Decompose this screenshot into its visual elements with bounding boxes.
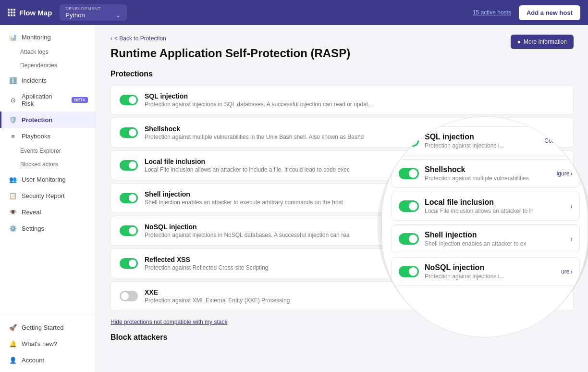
protection-card-shellshock: Shellshock Protection against multiple v… — [110, 118, 574, 148]
layout: 📊 Monitoring Attack logs Dependencies ℹ️… — [0, 25, 588, 372]
sidebar-item-monitoring[interactable]: 📊 Monitoring — [0, 29, 96, 45]
info-icon: ℹ️ — [9, 76, 17, 84]
protection-card-sql-text: SQL injection Protection against injecti… — [145, 92, 564, 108]
sidebar-item-incidents[interactable]: ℹ️ Incidents — [0, 72, 96, 88]
sidebar-item-application-risk[interactable]: ⊙ Application Risk BETA — [0, 88, 96, 112]
protection-card-lfi-text: Local file inclusion Local File inclusio… — [145, 158, 564, 173]
bar-chart-icon: 📊 — [9, 33, 17, 41]
env-name: Python — [65, 12, 85, 19]
page-title: Runtime Application Self-Protection (RAS… — [110, 47, 574, 60]
hide-protections-link[interactable]: Hide protections not compatible with my … — [110, 319, 574, 325]
protection-card-xss: Reflected XSS Protection against Reflect… — [110, 248, 574, 278]
grid-icon — [8, 9, 15, 16]
sidebar-item-reveal[interactable]: 👁️ Reveal — [0, 204, 96, 220]
protection-card-shellshock-text: Shellshock Protection against multiple v… — [145, 125, 564, 140]
sidebar-item-attack-logs[interactable]: Attack logs — [0, 45, 96, 59]
main-content: ‹ < Back to Protection Runtime Applicati… — [96, 25, 588, 372]
more-info-label: More information — [524, 38, 567, 45]
block-attackers-title: Block attackers — [110, 333, 574, 342]
protection-card-xxe-text: XXE Protection against XML External Enti… — [145, 288, 564, 304]
users-icon: 👥 — [9, 175, 17, 183]
sidebar-item-blocked-actors[interactable]: Blocked actors — [0, 158, 96, 171]
protection-card-xxe: XXE Protection against XML External Enti… — [110, 281, 574, 311]
sidebar-user-monitoring-label: User Monitoring — [22, 176, 66, 183]
protection-card-shellshock-desc: Protection against multiple vulnerabilit… — [145, 134, 375, 140]
protection-card-xxe-desc: Protection against XML External Entity (… — [145, 297, 375, 304]
person-icon: 👤 — [9, 356, 17, 364]
sidebar-item-protection[interactable]: 🛡️ Protection — [0, 112, 96, 128]
sidebar-item-events-explorer[interactable]: Events Explorer — [0, 144, 96, 158]
rocket-icon: 🚀 — [9, 323, 17, 331]
sidebar-item-dependencies[interactable]: Dependencies — [0, 59, 96, 72]
protection-card-lfi-desc: Local File inclusion allows an attacker … — [145, 166, 375, 173]
list-icon: ≡ — [9, 132, 17, 140]
sidebar-item-security-report[interactable]: 📋 Security Report — [0, 187, 96, 204]
back-link[interactable]: ‹ < Back to Protection — [110, 35, 166, 42]
protection-card-sql-desc: Protection against injections in SQL dat… — [145, 101, 375, 108]
sidebar-events-explorer-label: Events Explorer — [20, 148, 61, 154]
toggle-nosql[interactable] — [120, 225, 138, 236]
active-hosts-link[interactable]: 15 active hosts — [473, 9, 511, 16]
sidebar-app-risk-label: Application Risk — [22, 93, 65, 107]
chevron-down-icon — [115, 11, 121, 19]
protection-card-nosql: NoSQL injection Protection against injec… — [110, 216, 574, 246]
toggle-xxe[interactable] — [120, 291, 138, 301]
toggle-sql[interactable] — [120, 95, 138, 105]
sidebar-attack-logs-label: Attack logs — [20, 49, 49, 55]
toggle-xss[interactable] — [120, 258, 138, 269]
toggle-shell[interactable] — [120, 193, 138, 203]
protection-card-xxe-name: XXE — [145, 288, 564, 296]
protection-card-shell-name: Shell injection — [145, 190, 564, 198]
sidebar-item-playbooks[interactable]: ≡ Playbooks — [0, 128, 96, 144]
protection-card-shellshock-name: Shellshock — [145, 125, 564, 133]
sidebar-item-user-monitoring[interactable]: 👥 User Monitoring — [0, 171, 96, 187]
logo-text: Flow Map — [19, 9, 52, 17]
toggle-shellshock[interactable] — [120, 127, 138, 138]
topnav: Flow Map DEVELOPMENT Python 15 active ho… — [0, 0, 588, 25]
protection-card-nosql-text: NoSQL injection Protection against injec… — [145, 223, 564, 238]
sidebar: 📊 Monitoring Attack logs Dependencies ℹ️… — [0, 25, 96, 372]
beta-badge: BETA — [72, 97, 88, 103]
protection-card-lfi-name: Local file inclusion — [145, 158, 564, 165]
sidebar-reveal-label: Reveal — [22, 209, 41, 216]
protection-card-xss-text: Reflected XSS Protection against Reflect… — [145, 256, 564, 271]
add-host-button[interactable]: Add a new host — [519, 5, 580, 20]
shield-icon: 🛡️ — [9, 116, 17, 124]
breadcrumb: < Back to Protection — [114, 35, 166, 42]
sidebar-bottom: 🚀 Getting Started 🔔 What's new? 👤 Accoun… — [0, 315, 96, 368]
sidebar-getting-started-label: Getting Started — [22, 324, 63, 331]
sidebar-item-whats-new[interactable]: 🔔 What's new? — [0, 335, 96, 352]
protection-list: SQL injection Protection against injecti… — [110, 85, 574, 311]
protection-card-sql: SQL injection Protection against injecti… — [110, 85, 574, 115]
protection-card-sql-name: SQL injection — [145, 92, 564, 100]
protection-card-nosql-desc: Protection against injections in NoSQL d… — [145, 232, 375, 238]
report-icon: 📋 — [9, 192, 17, 199]
more-info-button[interactable]: ● More information — [511, 35, 574, 49]
logo: Flow Map — [8, 9, 52, 17]
sidebar-security-report-label: Security Report — [22, 192, 65, 199]
env-value: Python — [65, 11, 121, 19]
sidebar-item-settings[interactable]: ⚙️ Settings — [0, 220, 96, 236]
protection-card-lfi: Local file inclusion Local File inclusio… — [110, 150, 574, 180]
back-arrow-icon: ‹ — [110, 35, 112, 42]
sidebar-item-getting-started[interactable]: 🚀 Getting Started — [0, 319, 96, 335]
protection-card-shell-text: Shell injection Shell injection enables … — [145, 190, 564, 206]
protection-card-nosql-name: NoSQL injection — [145, 223, 564, 231]
sidebar-dependencies-label: Dependencies — [20, 62, 57, 69]
sidebar-monitoring-label: Monitoring — [22, 34, 51, 41]
protection-card-shell-desc: Shell injection enables an attacker to e… — [145, 199, 375, 206]
info-circle-icon: ● — [517, 38, 521, 45]
protection-card-xss-name: Reflected XSS — [145, 256, 564, 263]
sidebar-whats-new-label: What's new? — [22, 340, 57, 347]
env-selector[interactable]: DEVELOPMENT Python — [60, 4, 127, 21]
bell-icon: 🔔 — [9, 340, 17, 347]
toggle-lfi[interactable] — [120, 160, 138, 171]
protections-section-title: Protections — [110, 70, 574, 78]
gear-icon: ⚙️ — [9, 224, 17, 232]
eye-icon: 👁️ — [9, 208, 17, 216]
protection-card-xss-desc: Protection against Reflected Cross-site … — [145, 264, 375, 271]
sidebar-playbooks-label: Playbooks — [22, 133, 50, 140]
sidebar-item-account[interactable]: 👤 Account — [0, 352, 96, 368]
sidebar-protection-label: Protection — [22, 116, 52, 124]
sidebar-account-label: Account — [22, 357, 44, 364]
